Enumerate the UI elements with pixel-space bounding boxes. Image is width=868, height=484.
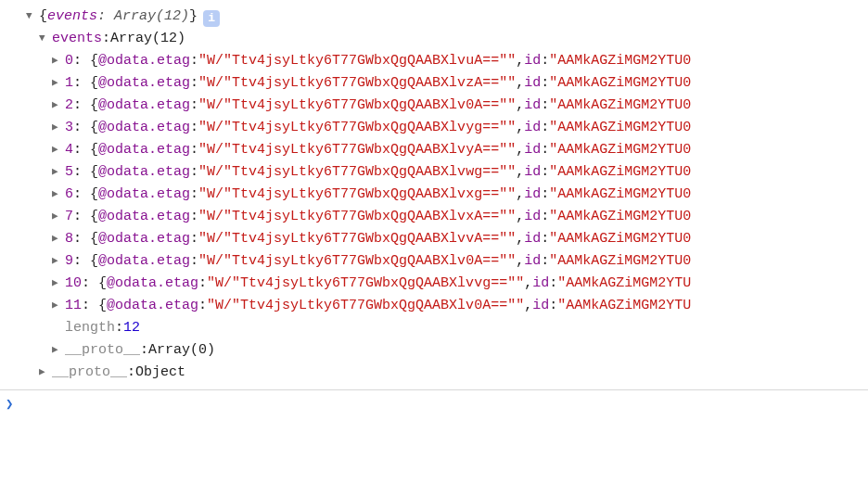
array-item[interactable]: ▶4: {@odata.etag: "W/"Ttv4jsyLtky6T77GWb… <box>0 139 868 161</box>
caret-right-icon[interactable]: ▶ <box>52 231 63 248</box>
caret-right-icon[interactable]: ▶ <box>52 275 63 292</box>
caret-right-icon[interactable]: ▶ <box>52 253 63 270</box>
caret-right-icon[interactable]: ▶ <box>52 53 63 70</box>
proto-array[interactable]: ▶__proto__: Array(0) <box>0 339 868 362</box>
caret-down-icon[interactable]: ▼ <box>26 8 37 25</box>
console-prompt[interactable]: ❯ <box>0 390 868 418</box>
array-item[interactable]: ▶8: {@odata.etag: "W/"Ttv4jsyLtky6T77GWb… <box>0 228 868 250</box>
caret-right-icon[interactable]: ▶ <box>52 97 63 114</box>
console-output: ▼{events: Array(12)}i▼events: Array(12)▶… <box>0 6 868 384</box>
array-item[interactable]: ▶7: {@odata.etag: "W/"Ttv4jsyLtky6T77GWb… <box>0 206 868 228</box>
caret-right-icon[interactable]: ▶ <box>52 142 63 159</box>
caret-right-icon[interactable]: ▶ <box>52 120 63 136</box>
array-item[interactable]: ▶2: {@odata.etag: "W/"Ttv4jsyLtky6T77GWb… <box>0 95 868 117</box>
array-item[interactable]: ▶5: {@odata.etag: "W/"Ttv4jsyLtky6T77GWb… <box>0 161 868 184</box>
array-item[interactable]: ▶3: {@odata.etag: "W/"Ttv4jsyLtky6T77GWb… <box>0 117 868 139</box>
array-item[interactable]: ▶6: {@odata.etag: "W/"Ttv4jsyLtky6T77GWb… <box>0 184 868 206</box>
caret-right-icon[interactable]: ▶ <box>52 298 63 314</box>
caret-right-icon[interactable]: ▶ <box>52 164 63 181</box>
proto-object[interactable]: ▶__proto__: Object <box>0 362 868 384</box>
events-key[interactable]: ▼events: Array(12) <box>0 28 868 50</box>
info-icon[interactable]: i <box>203 10 220 27</box>
caret-right-icon[interactable]: ▶ <box>52 75 63 92</box>
length-row: length: 12 <box>0 317 868 339</box>
array-item[interactable]: ▶0: {@odata.etag: "W/"Ttv4jsyLtky6T77GWb… <box>0 50 868 72</box>
array-item[interactable]: ▶11: {@odata.etag: "W/"Ttv4jsyLtky6T77GW… <box>0 295 868 317</box>
array-item[interactable]: ▶9: {@odata.etag: "W/"Ttv4jsyLtky6T77GWb… <box>0 250 868 273</box>
array-item[interactable]: ▶10: {@odata.etag: "W/"Ttv4jsyLtky6T77GW… <box>0 273 868 295</box>
caret-right-icon[interactable]: ▶ <box>52 342 63 359</box>
caret-right-icon[interactable]: ▶ <box>52 186 63 203</box>
caret-right-icon[interactable]: ▶ <box>52 209 63 225</box>
caret-down-icon[interactable]: ▼ <box>39 31 50 47</box>
array-item[interactable]: ▶1: {@odata.etag: "W/"Ttv4jsyLtky6T77GWb… <box>0 72 868 95</box>
caret-right-icon[interactable]: ▶ <box>39 364 50 381</box>
root-summary[interactable]: ▼{events: Array(12)}i <box>0 6 868 28</box>
